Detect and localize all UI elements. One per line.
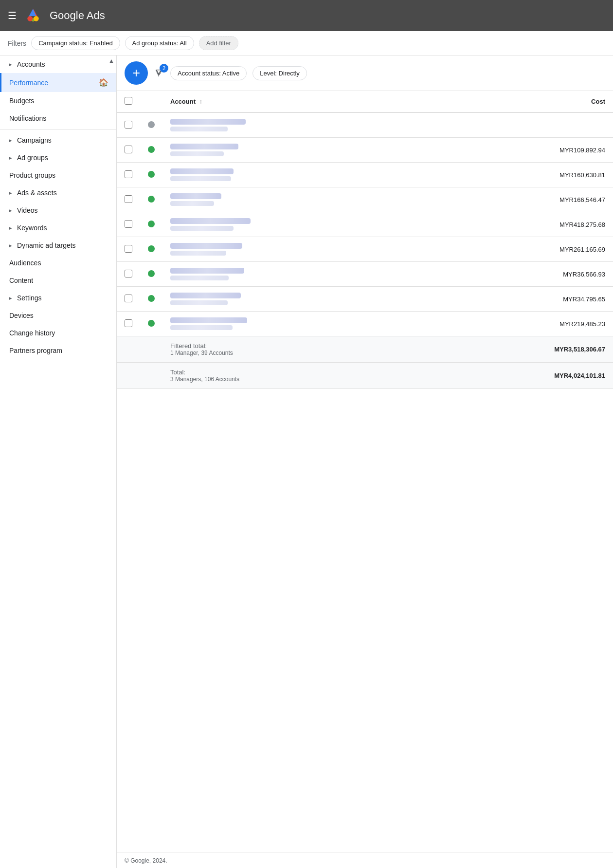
row-checkbox[interactable] [125,319,132,327]
account-sub-blurred [170,325,233,330]
sidebar-item-change-history-label: Change history [9,329,55,337]
sidebar-item-notifications[interactable]: Notifications [0,110,116,127]
sidebar-item-ads-assets-label: Ads & assets [17,189,57,197]
sidebar-item-product-groups[interactable]: Product groups [0,166,116,184]
svg-point-5 [34,16,39,21]
row-account-cell [162,287,430,312]
sidebar-item-dynamic-ad-targets[interactable]: Dynamic ad targets [0,237,116,254]
row-status-cell [140,287,162,312]
row-checkbox[interactable] [125,245,132,253]
status-dot-inactive [148,121,155,128]
row-status-cell [140,262,162,287]
sidebar-item-product-groups-label: Product groups [9,171,55,179]
row-checkbox[interactable] [125,121,132,129]
sidebar-item-ad-groups[interactable]: Ad groups [0,149,116,166]
sidebar-item-videos-label: Videos [17,206,38,214]
sidebar-item-settings[interactable]: Settings [0,289,116,307]
status-dot-active [148,295,155,302]
sidebar-item-change-history[interactable]: Change history [0,324,116,342]
sidebar-item-budgets[interactable]: Budgets [0,92,116,110]
row-cost-cell: MYR219,485.23 [430,312,613,336]
sidebar-item-ads-assets[interactable]: Ads & assets [0,184,116,202]
sidebar-item-videos[interactable]: Videos [0,202,116,219]
row-checkbox[interactable] [125,220,132,228]
account-name-blurred [170,317,247,323]
row-status-cell [140,112,162,138]
ad-group-status-filter[interactable]: Ad group status: All [125,36,194,50]
account-header[interactable]: Account ↑ [162,91,430,112]
row-checkbox[interactable] [125,270,132,277]
account-sub-blurred [170,151,224,156]
filtered-total-row: Filtered total: 1 Manager, 39 Accounts M… [117,336,613,363]
sort-arrow-icon: ↑ [199,98,202,105]
sidebar-item-devices-label: Devices [9,312,34,319]
row-cost-cell: MYR261,165.69 [430,237,613,262]
row-checkbox[interactable] [125,195,132,203]
status-dot-active [148,146,155,153]
row-checkbox[interactable] [125,170,132,178]
row-checkbox[interactable] [125,295,132,302]
row-cost-cell: MYR34,795.65 [430,287,613,312]
filtered-total-cost: MYR3,518,306.67 [430,336,613,363]
row-cost-cell: MYR418,275.68 [430,212,613,237]
toolbar: + ⛛ 2 Account status: Active Level: Dire… [117,55,613,91]
row-checkbox-cell[interactable] [117,287,140,312]
total-label: Total: 3 Managers, 106 Accounts [162,363,430,389]
row-checkbox-cell[interactable] [117,212,140,237]
row-account-cell [162,312,430,336]
row-checkbox-cell[interactable] [117,138,140,163]
menu-icon[interactable]: ☰ [8,10,17,21]
sidebar-item-partners-program[interactable]: Partners program [0,342,116,359]
filter-bar: Filters Campaign status: Enabled Ad grou… [0,31,613,55]
sidebar-item-performance[interactable]: Performance 🏠 [0,73,116,92]
row-checkbox-cell[interactable] [117,112,140,138]
google-ads-logo [24,7,42,24]
select-all-checkbox[interactable] [125,97,132,105]
row-checkbox-cell[interactable] [117,187,140,212]
table-header-row: Account ↑ Cost [117,91,613,112]
account-status-chip[interactable]: Account status: Active [170,66,247,80]
content-area: + ⛛ 2 Account status: Active Level: Dire… [117,55,613,868]
sidebar-item-content[interactable]: Content [0,272,116,289]
sidebar-item-keywords[interactable]: Keywords [0,219,116,237]
sidebar-item-notifications-label: Notifications [9,114,46,122]
table-row: MYR109,892.94 [117,138,613,163]
filter-button[interactable]: ⛛ 2 [154,67,164,79]
row-checkbox-cell[interactable] [117,262,140,287]
total-cost: MYR4,024,101.81 [430,363,613,389]
sidebar-scroll-up[interactable]: ▲ [107,55,116,66]
header: ☰ Google Ads [0,0,613,31]
row-checkbox-cell[interactable] [117,237,140,262]
select-all-header[interactable] [117,91,140,112]
status-dot-active [148,196,155,203]
sidebar-item-campaigns[interactable]: Campaigns [0,131,116,149]
sidebar: ▲ Accounts Performance 🏠 Budgets Notific… [0,55,117,868]
table-row: MYR36,566.93 [117,262,613,287]
status-dot-active [148,171,155,178]
sidebar-item-accounts[interactable]: Accounts [0,55,116,73]
table-row: MYR160,630.81 [117,163,613,187]
account-name-blurred [170,168,234,174]
filter-badge: 2 [160,64,168,73]
account-sub-blurred [170,300,228,305]
copyright-text: © Google, 2024. [125,857,167,864]
add-button[interactable]: + [125,61,148,85]
sidebar-item-devices[interactable]: Devices [0,307,116,324]
table-body: MYR109,892.94 MYR [117,112,613,389]
row-checkbox-cell[interactable] [117,163,140,187]
row-checkbox[interactable] [125,146,132,153]
row-account-cell [162,112,430,138]
cost-header[interactable]: Cost [430,91,613,112]
row-cost-cell: MYR36,566.93 [430,262,613,287]
sidebar-item-audiences[interactable]: Audiences [0,254,116,272]
add-filter-button[interactable]: Add filter [199,36,238,50]
status-header [140,91,162,112]
home-icon: 🏠 [99,78,108,87]
level-chip[interactable]: Level: Directly [252,66,307,80]
account-sub-blurred [170,176,231,181]
row-checkbox-cell[interactable] [117,312,140,336]
filtered-total-text: Filtered total: [170,342,422,350]
campaign-status-filter[interactable]: Campaign status: Enabled [31,36,120,50]
account-name-blurred [170,268,244,274]
total-label-cell [117,363,162,389]
